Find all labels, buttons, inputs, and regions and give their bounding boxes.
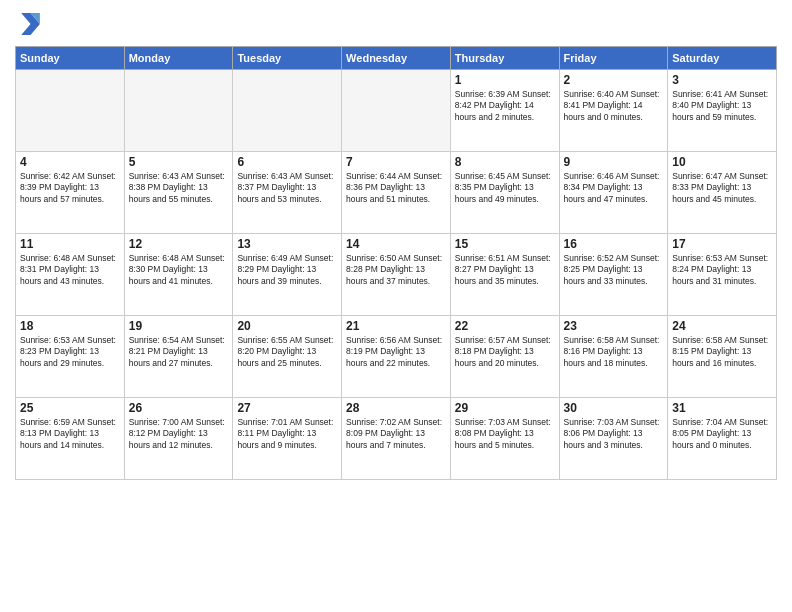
day-number: 22 <box>455 319 555 333</box>
calendar-cell: 18Sunrise: 6:53 AM Sunset: 8:23 PM Dayli… <box>16 316 125 398</box>
calendar-cell: 24Sunrise: 6:58 AM Sunset: 8:15 PM Dayli… <box>668 316 777 398</box>
day-number: 10 <box>672 155 772 169</box>
calendar-cell: 12Sunrise: 6:48 AM Sunset: 8:30 PM Dayli… <box>124 234 233 316</box>
day-number: 11 <box>20 237 120 251</box>
calendar-cell <box>16 70 125 152</box>
day-info: Sunrise: 6:43 AM Sunset: 8:37 PM Dayligh… <box>237 171 337 205</box>
calendar-cell: 19Sunrise: 6:54 AM Sunset: 8:21 PM Dayli… <box>124 316 233 398</box>
day-number: 5 <box>129 155 229 169</box>
day-number: 7 <box>346 155 446 169</box>
calendar-cell: 21Sunrise: 6:56 AM Sunset: 8:19 PM Dayli… <box>342 316 451 398</box>
calendar-header-sunday: Sunday <box>16 47 125 70</box>
day-info: Sunrise: 6:49 AM Sunset: 8:29 PM Dayligh… <box>237 253 337 287</box>
calendar-cell: 5Sunrise: 6:43 AM Sunset: 8:38 PM Daylig… <box>124 152 233 234</box>
day-info: Sunrise: 6:53 AM Sunset: 8:24 PM Dayligh… <box>672 253 772 287</box>
day-number: 18 <box>20 319 120 333</box>
day-info: Sunrise: 6:55 AM Sunset: 8:20 PM Dayligh… <box>237 335 337 369</box>
day-number: 14 <box>346 237 446 251</box>
day-info: Sunrise: 7:01 AM Sunset: 8:11 PM Dayligh… <box>237 417 337 451</box>
calendar-cell: 17Sunrise: 6:53 AM Sunset: 8:24 PM Dayli… <box>668 234 777 316</box>
logo <box>15 10 47 38</box>
day-info: Sunrise: 6:58 AM Sunset: 8:16 PM Dayligh… <box>564 335 664 369</box>
day-number: 23 <box>564 319 664 333</box>
calendar-header-thursday: Thursday <box>450 47 559 70</box>
day-info: Sunrise: 6:40 AM Sunset: 8:41 PM Dayligh… <box>564 89 664 123</box>
day-number: 27 <box>237 401 337 415</box>
calendar-cell: 4Sunrise: 6:42 AM Sunset: 8:39 PM Daylig… <box>16 152 125 234</box>
day-info: Sunrise: 7:00 AM Sunset: 8:12 PM Dayligh… <box>129 417 229 451</box>
calendar-cell: 29Sunrise: 7:03 AM Sunset: 8:08 PM Dayli… <box>450 398 559 480</box>
calendar-cell: 10Sunrise: 6:47 AM Sunset: 8:33 PM Dayli… <box>668 152 777 234</box>
calendar-cell: 3Sunrise: 6:41 AM Sunset: 8:40 PM Daylig… <box>668 70 777 152</box>
calendar-cell <box>233 70 342 152</box>
day-number: 25 <box>20 401 120 415</box>
day-info: Sunrise: 6:50 AM Sunset: 8:28 PM Dayligh… <box>346 253 446 287</box>
day-info: Sunrise: 6:44 AM Sunset: 8:36 PM Dayligh… <box>346 171 446 205</box>
calendar-header-tuesday: Tuesday <box>233 47 342 70</box>
logo-icon <box>15 10 43 38</box>
day-info: Sunrise: 6:53 AM Sunset: 8:23 PM Dayligh… <box>20 335 120 369</box>
day-info: Sunrise: 7:02 AM Sunset: 8:09 PM Dayligh… <box>346 417 446 451</box>
calendar-cell: 6Sunrise: 6:43 AM Sunset: 8:37 PM Daylig… <box>233 152 342 234</box>
day-number: 31 <box>672 401 772 415</box>
day-number: 28 <box>346 401 446 415</box>
day-info: Sunrise: 6:43 AM Sunset: 8:38 PM Dayligh… <box>129 171 229 205</box>
day-number: 29 <box>455 401 555 415</box>
day-info: Sunrise: 6:48 AM Sunset: 8:30 PM Dayligh… <box>129 253 229 287</box>
day-number: 4 <box>20 155 120 169</box>
calendar-cell: 8Sunrise: 6:45 AM Sunset: 8:35 PM Daylig… <box>450 152 559 234</box>
calendar-cell: 7Sunrise: 6:44 AM Sunset: 8:36 PM Daylig… <box>342 152 451 234</box>
calendar-header-friday: Friday <box>559 47 668 70</box>
day-number: 15 <box>455 237 555 251</box>
calendar-header-wednesday: Wednesday <box>342 47 451 70</box>
day-number: 16 <box>564 237 664 251</box>
day-info: Sunrise: 6:56 AM Sunset: 8:19 PM Dayligh… <box>346 335 446 369</box>
calendar-cell: 25Sunrise: 6:59 AM Sunset: 8:13 PM Dayli… <box>16 398 125 480</box>
day-number: 26 <box>129 401 229 415</box>
day-number: 30 <box>564 401 664 415</box>
day-number: 12 <box>129 237 229 251</box>
day-info: Sunrise: 6:42 AM Sunset: 8:39 PM Dayligh… <box>20 171 120 205</box>
calendar-cell <box>124 70 233 152</box>
day-info: Sunrise: 6:57 AM Sunset: 8:18 PM Dayligh… <box>455 335 555 369</box>
calendar-week-2: 4Sunrise: 6:42 AM Sunset: 8:39 PM Daylig… <box>16 152 777 234</box>
day-number: 6 <box>237 155 337 169</box>
day-info: Sunrise: 6:39 AM Sunset: 8:42 PM Dayligh… <box>455 89 555 123</box>
day-number: 20 <box>237 319 337 333</box>
calendar: SundayMondayTuesdayWednesdayThursdayFrid… <box>15 46 777 480</box>
calendar-cell: 31Sunrise: 7:04 AM Sunset: 8:05 PM Dayli… <box>668 398 777 480</box>
day-info: Sunrise: 6:51 AM Sunset: 8:27 PM Dayligh… <box>455 253 555 287</box>
day-info: Sunrise: 7:03 AM Sunset: 8:06 PM Dayligh… <box>564 417 664 451</box>
day-info: Sunrise: 6:47 AM Sunset: 8:33 PM Dayligh… <box>672 171 772 205</box>
calendar-cell: 15Sunrise: 6:51 AM Sunset: 8:27 PM Dayli… <box>450 234 559 316</box>
calendar-cell: 1Sunrise: 6:39 AM Sunset: 8:42 PM Daylig… <box>450 70 559 152</box>
calendar-cell: 30Sunrise: 7:03 AM Sunset: 8:06 PM Dayli… <box>559 398 668 480</box>
calendar-cell: 23Sunrise: 6:58 AM Sunset: 8:16 PM Dayli… <box>559 316 668 398</box>
day-number: 19 <box>129 319 229 333</box>
calendar-header-saturday: Saturday <box>668 47 777 70</box>
day-number: 13 <box>237 237 337 251</box>
day-info: Sunrise: 6:52 AM Sunset: 8:25 PM Dayligh… <box>564 253 664 287</box>
calendar-cell: 20Sunrise: 6:55 AM Sunset: 8:20 PM Dayli… <box>233 316 342 398</box>
calendar-cell: 11Sunrise: 6:48 AM Sunset: 8:31 PM Dayli… <box>16 234 125 316</box>
calendar-header-monday: Monday <box>124 47 233 70</box>
calendar-cell <box>342 70 451 152</box>
day-number: 8 <box>455 155 555 169</box>
day-info: Sunrise: 7:04 AM Sunset: 8:05 PM Dayligh… <box>672 417 772 451</box>
day-info: Sunrise: 6:54 AM Sunset: 8:21 PM Dayligh… <box>129 335 229 369</box>
calendar-week-1: 1Sunrise: 6:39 AM Sunset: 8:42 PM Daylig… <box>16 70 777 152</box>
calendar-cell: 27Sunrise: 7:01 AM Sunset: 8:11 PM Dayli… <box>233 398 342 480</box>
day-info: Sunrise: 7:03 AM Sunset: 8:08 PM Dayligh… <box>455 417 555 451</box>
day-info: Sunrise: 6:41 AM Sunset: 8:40 PM Dayligh… <box>672 89 772 123</box>
day-number: 21 <box>346 319 446 333</box>
page-container: SundayMondayTuesdayWednesdayThursdayFrid… <box>0 0 792 612</box>
day-number: 2 <box>564 73 664 87</box>
day-number: 1 <box>455 73 555 87</box>
calendar-header-row: SundayMondayTuesdayWednesdayThursdayFrid… <box>16 47 777 70</box>
calendar-cell: 13Sunrise: 6:49 AM Sunset: 8:29 PM Dayli… <box>233 234 342 316</box>
calendar-week-4: 18Sunrise: 6:53 AM Sunset: 8:23 PM Dayli… <box>16 316 777 398</box>
day-info: Sunrise: 6:48 AM Sunset: 8:31 PM Dayligh… <box>20 253 120 287</box>
day-info: Sunrise: 6:58 AM Sunset: 8:15 PM Dayligh… <box>672 335 772 369</box>
calendar-cell: 16Sunrise: 6:52 AM Sunset: 8:25 PM Dayli… <box>559 234 668 316</box>
calendar-cell: 9Sunrise: 6:46 AM Sunset: 8:34 PM Daylig… <box>559 152 668 234</box>
